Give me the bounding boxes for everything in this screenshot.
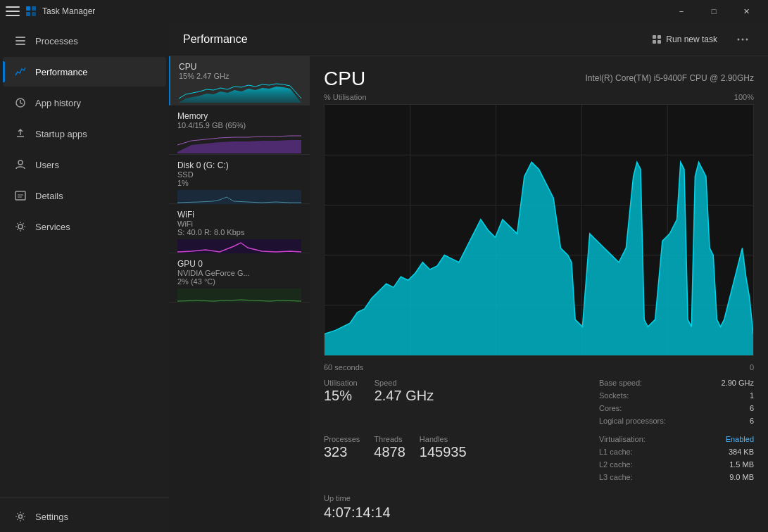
performance-icon	[14, 65, 27, 78]
sidebar-item-performance[interactable]: Performance	[3, 57, 166, 87]
sidebar-item-settings[interactable]: Settings	[3, 502, 166, 531]
spec-l2: L2 cache: 1.5 MB	[599, 460, 754, 469]
menu-icon[interactable]	[6, 6, 20, 16]
svg-rect-0	[26, 6, 30, 11]
resource-value-gpu: NVIDIA GeForce G...	[177, 269, 301, 277]
svg-rect-17	[657, 40, 661, 44]
resource-item-wifi[interactable]: WiFi WiFi S: 40.0 R: 8.0 Kbps	[169, 204, 310, 253]
spec-l1: L1 cache: 384 KB	[599, 448, 754, 456]
sidebar-label-users: Users	[35, 160, 59, 170]
stat-handles: Handles 145935	[420, 435, 467, 486]
stat-threads: Threads 4878	[374, 435, 405, 486]
cpu-model: Intel(R) Core(TM) i5-9400F CPU @ 2.90GHz	[585, 73, 754, 83]
svg-rect-16	[653, 40, 656, 44]
sidebar: Processes Performance App history	[0, 23, 169, 532]
resource-item-gpu[interactable]: GPU 0 NVIDIA GeForce G... 2% (43 °C)	[169, 253, 310, 303]
resource-item-top-memory: Memory	[177, 111, 301, 121]
more-icon	[737, 38, 748, 41]
utilisation-label: % Utilisation	[324, 93, 367, 101]
run-new-task-button[interactable]: Run new task	[643, 30, 726, 49]
run-task-icon	[652, 34, 662, 44]
svg-point-19	[742, 38, 744, 40]
gpu-mini-chart	[177, 289, 301, 305]
resource-name-cpu: CPU	[179, 62, 196, 72]
svg-rect-15	[657, 35, 661, 39]
handles-stat-label: Handles	[420, 435, 467, 443]
stat-processes: Processes 323	[324, 435, 360, 486]
processes-icon	[14, 34, 27, 47]
sidebar-label-settings: Settings	[35, 512, 68, 522]
stats-left-2: Processes 323 Threads 4878 Handles 14593…	[324, 435, 588, 486]
stat-utilisation: Utilisation 15%	[324, 379, 358, 429]
close-button[interactable]: ✕	[730, 0, 762, 23]
resource-value-disk: SSD	[177, 170, 301, 179]
sidebar-item-details[interactable]: Details	[3, 181, 166, 210]
minimize-button[interactable]: −	[665, 0, 698, 23]
spec-l3: L3 cache: 9.0 MB	[599, 473, 754, 481]
sidebar-item-processes[interactable]: Processes	[3, 26, 166, 56]
spec-sockets-value: 1	[750, 391, 754, 400]
spec-logical-label: Logical processors:	[599, 417, 666, 425]
resource-value-memory: 10.4/15.9 GB (65%)	[177, 121, 301, 129]
uptime-stat-value: 4:07:14:14	[324, 504, 588, 521]
spec-l2-value: 1.5 MB	[729, 460, 754, 469]
svg-rect-3	[32, 12, 36, 16]
svg-point-20	[746, 38, 748, 40]
stats-row-2: Processes 323 Threads 4878 Handles 14593…	[324, 435, 754, 486]
page-title: Performance	[183, 33, 248, 46]
app-icon	[25, 6, 37, 17]
utilisation-stat-label: Utilisation	[324, 379, 358, 387]
stats-row: Utilisation 15% Speed 2.47 GHz Base spee…	[324, 379, 754, 429]
spec-logical: Logical processors: 6	[599, 417, 754, 425]
settings-icon	[14, 510, 27, 523]
svg-marker-22	[177, 140, 301, 153]
resource-item-cpu[interactable]: CPU 15% 2.47 GHz	[169, 56, 310, 106]
svg-rect-14	[653, 35, 656, 39]
app-body: Processes Performance App history	[0, 23, 768, 532]
spec-l1-value: 384 KB	[729, 448, 754, 456]
resource-item-disk[interactable]: Disk 0 (G: C:) SSD 1%	[169, 155, 310, 204]
spec-virt: Virtualisation: Enabled	[599, 435, 754, 443]
svg-rect-4	[15, 37, 25, 38]
svg-rect-5	[15, 40, 25, 42]
threads-stat-value: 4878	[374, 443, 405, 460]
spec-sockets-label: Sockets:	[599, 391, 629, 400]
sidebar-label-startup-apps: Startup apps	[35, 129, 87, 139]
performance-body: CPU 15% 2.47 GHz	[169, 56, 768, 532]
window-controls: − □ ✕	[665, 0, 762, 23]
sidebar-item-services[interactable]: Services	[3, 212, 166, 241]
svg-marker-21	[179, 87, 301, 103]
cpu-title: CPU	[324, 68, 365, 90]
spec-l3-label: L3 cache:	[599, 473, 633, 481]
processes-stat-label: Processes	[324, 435, 360, 443]
app-history-icon	[14, 96, 27, 109]
content-header: Performance Run new task	[169, 23, 768, 56]
sidebar-item-users[interactable]: Users	[3, 150, 166, 179]
resource-item-top-gpu: GPU 0	[177, 259, 301, 269]
header-actions: Run new task	[643, 28, 754, 51]
spec-logical-value: 6	[750, 417, 754, 425]
uptime-stat-label: Up time	[324, 494, 351, 502]
cpu-header: CPU Intel(R) Core(TM) i5-9400F CPU @ 2.9…	[324, 68, 754, 90]
title-bar-left: Task Manager	[6, 6, 95, 17]
title-bar: Task Manager − □ ✕	[0, 0, 768, 23]
svg-point-13	[19, 515, 23, 519]
memory-mini-chart	[177, 132, 301, 153]
sidebar-label-services: Services	[35, 222, 70, 232]
resource-item-memory[interactable]: Memory 10.4/15.9 GB (65%)	[169, 106, 310, 155]
cpu-detail-panel: CPU Intel(R) Core(TM) i5-9400F CPU @ 2.9…	[310, 56, 768, 532]
spec-l1-label: L1 cache:	[599, 448, 633, 456]
spec-cores-value: 6	[750, 404, 754, 412]
resource-name-wifi: WiFi	[177, 210, 194, 220]
resource-list: CPU 15% 2.47 GHz	[169, 56, 310, 532]
sidebar-label-app-history: App history	[35, 98, 81, 108]
cpu-chart	[324, 104, 754, 356]
sidebar-label-processes: Processes	[35, 36, 78, 46]
sidebar-label-performance: Performance	[35, 67, 87, 77]
utilisation-stat-value: 15%	[324, 387, 358, 404]
main-content: Performance Run new task	[169, 23, 768, 532]
more-options-button[interactable]	[731, 28, 754, 51]
maximize-button[interactable]: □	[698, 0, 730, 23]
sidebar-item-startup-apps[interactable]: Startup apps	[3, 119, 166, 148]
sidebar-item-app-history[interactable]: App history	[3, 88, 166, 118]
